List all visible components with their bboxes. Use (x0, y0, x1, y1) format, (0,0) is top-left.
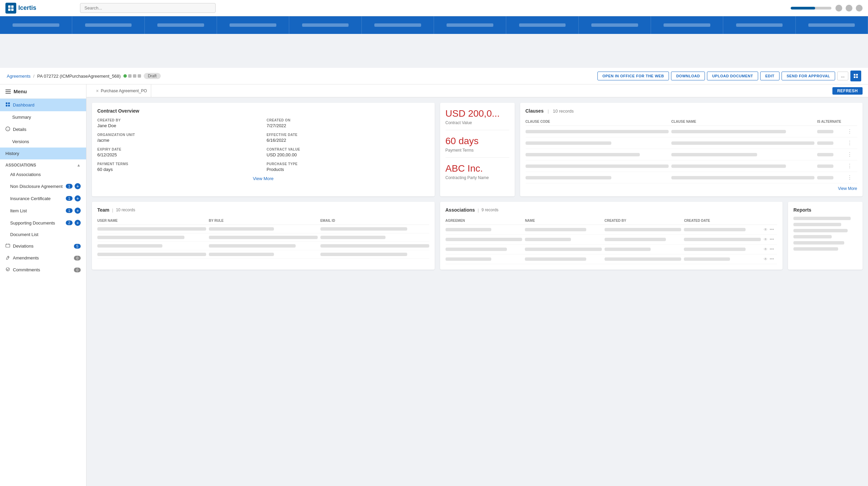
sidebar-item-insurance[interactable]: Insurance Certificate 1 + (0, 192, 86, 205)
insurance-badge: 1 (66, 196, 73, 201)
clause-action-icon[interactable]: ⋮ (847, 128, 857, 135)
content-area: × Purchase Agreement_PO REFRESH Contract… (86, 84, 868, 486)
sidebar-item-versions[interactable]: Versions (0, 136, 86, 148)
open-in-office-button[interactable]: OPEN IN OFFICE FOR THE WEB (597, 72, 669, 80)
navtab-7[interactable] (434, 16, 506, 34)
sidebar-item-non-disclosure[interactable]: Non Disclosure Agreement 1 + (0, 180, 86, 192)
top-section: Contract Overview CREATED BY Jane Doe CR… (92, 103, 863, 196)
breadcrumb-link[interactable]: Agreements (7, 74, 31, 79)
item-list-add-button[interactable]: + (75, 208, 81, 214)
navtab-3[interactable] (145, 16, 217, 34)
amendment-icon (5, 255, 10, 261)
view-icon[interactable]: 👁 (764, 237, 768, 242)
supporting-docs-add-button[interactable]: + (75, 220, 81, 226)
clause-row-4: ⋮ (526, 160, 857, 172)
email-id-header: EMAIL ID (320, 219, 429, 222)
sidebar-item-amendments[interactable]: Amendments 0 (0, 252, 86, 264)
more-options-button[interactable]: ... (837, 72, 848, 80)
sidebar-label-commitments: Commitments (13, 267, 40, 272)
status-badge: Draft (144, 73, 161, 79)
report-line-6 (793, 247, 838, 251)
skeleton (97, 244, 162, 248)
sidebar-item-item-list[interactable]: Item List 1 + (0, 205, 86, 217)
purchase-type-label: PURCHASE TYPE (267, 162, 429, 166)
user-name-header: USER NAME (97, 219, 206, 222)
skeleton (320, 253, 408, 256)
field-purchase-type: PURCHASE TYPE Products (267, 162, 429, 172)
clauses-view-more[interactable]: View More (526, 183, 857, 191)
doc-tab-close[interactable]: × (96, 88, 99, 94)
sidebar-item-document-list[interactable]: Document List (0, 229, 86, 240)
upload-document-button[interactable]: UPLOAD DOCUMENT (707, 72, 758, 80)
contract-overview-title: Contract Overview (97, 108, 429, 114)
non-disclosure-add-button[interactable]: + (75, 183, 81, 189)
topbar: Icertis (0, 0, 868, 16)
clauses-title: Clauses (526, 108, 544, 114)
user-icon[interactable] (856, 5, 863, 12)
bottom-section: Team | 10 records USER NAME BY RULE EMAI… (92, 202, 863, 270)
navtab-9[interactable] (579, 16, 651, 34)
sidebar-item-details[interactable]: i Details (0, 123, 86, 136)
document-tab[interactable]: × Purchase Agreement_PO (92, 84, 151, 97)
skeleton (97, 253, 206, 256)
navtab-4[interactable] (217, 16, 289, 34)
associations-section-header: Associations ▲ (0, 159, 86, 169)
search-input[interactable] (80, 3, 216, 13)
skeleton (605, 228, 682, 231)
clauses-count: 10 records (553, 109, 574, 114)
navtab-5[interactable] (289, 16, 361, 34)
app-name: Icertis (18, 4, 36, 12)
skeleton (97, 227, 206, 231)
status-sq-1 (128, 74, 132, 78)
progress-fill (791, 7, 815, 9)
edit-button[interactable]: EDIT (760, 72, 780, 80)
grid-view-button[interactable] (850, 71, 861, 81)
more-icon[interactable]: ••• (770, 257, 774, 261)
send-for-approval-button[interactable]: SEND FOR APPROVAL (782, 72, 835, 80)
name-header: NAME (525, 219, 602, 222)
svg-rect-11 (8, 105, 10, 106)
navtab-8[interactable] (506, 16, 578, 34)
more-icon[interactable]: ••• (770, 247, 774, 252)
report-line-4 (793, 235, 832, 238)
overview-view-more[interactable]: View More (97, 172, 429, 181)
navtab-11[interactable] (723, 16, 795, 34)
search-bar[interactable] (80, 3, 216, 13)
dashboard-icon (5, 102, 10, 108)
skeleton (817, 141, 833, 145)
more-icon[interactable]: ••• (770, 227, 774, 232)
navtab-2[interactable] (72, 16, 144, 34)
sidebar-item-deviations[interactable]: Deviations 5 (0, 240, 86, 252)
svg-rect-4 (854, 74, 855, 76)
navtab-6[interactable] (362, 16, 434, 34)
clause-action-icon[interactable]: ⋮ (847, 174, 857, 181)
hamburger-icon[interactable] (5, 90, 11, 94)
associations-collapse-icon[interactable]: ▲ (77, 163, 81, 168)
download-button[interactable]: DOWNLOAD (671, 72, 705, 80)
highlight-contracting-party-value: ABC Inc. (446, 163, 509, 174)
sidebar-label-supporting-docs: Supporting Documents (10, 220, 55, 226)
refresh-button[interactable]: REFRESH (832, 87, 863, 95)
clause-action-icon[interactable]: ⋮ (847, 151, 857, 158)
insurance-add-button[interactable]: + (75, 195, 81, 201)
view-icon[interactable]: 👁 (764, 247, 768, 252)
sidebar-item-commitments[interactable]: Commitments 0 (0, 264, 86, 276)
notification-icon[interactable] (835, 5, 842, 12)
sidebar-item-supporting-docs[interactable]: Supporting Documents 2 + (0, 217, 86, 229)
sidebar-item-history[interactable]: History (0, 148, 86, 159)
sidebar-item-summary[interactable]: Summary (0, 111, 86, 123)
navtab-1[interactable] (0, 16, 72, 34)
view-icon[interactable]: 👁 (764, 257, 768, 261)
clause-action-icon[interactable]: ⋮ (847, 163, 857, 169)
view-icon[interactable]: 👁 (764, 227, 768, 232)
sidebar-menu-header[interactable]: Menu (0, 84, 86, 99)
settings-icon[interactable] (846, 5, 852, 12)
more-icon[interactable]: ••• (770, 237, 774, 242)
navtab-10[interactable] (651, 16, 723, 34)
sidebar-item-all-associations[interactable]: All Associations (0, 169, 86, 180)
sidebar-label-insurance: Insurance Certificate (10, 196, 51, 201)
clause-action-icon[interactable]: ⋮ (847, 140, 857, 146)
sidebar-item-dashboard[interactable]: Dashboard (0, 99, 86, 111)
navtab-12[interactable] (796, 16, 868, 34)
svg-rect-3 (11, 8, 14, 11)
